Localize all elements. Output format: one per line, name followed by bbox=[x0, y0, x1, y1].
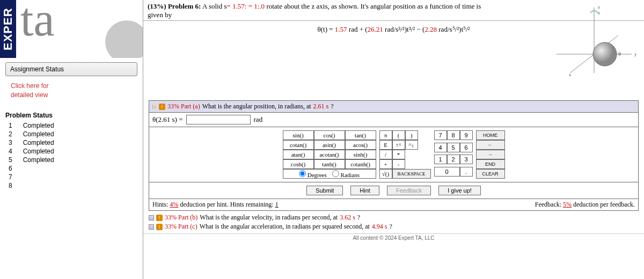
cmd-→[interactable]: → bbox=[476, 150, 505, 159]
svg-point-7 bbox=[593, 42, 617, 66]
func-cos[interactable]: cos() bbox=[314, 130, 345, 140]
svg-marker-3 bbox=[598, 12, 600, 15]
problem-status-panel: Problem Status 1Completed2Completed3Comp… bbox=[5, 111, 143, 190]
sym-button[interactable]: π bbox=[379, 130, 392, 140]
expand-icon[interactable]: ▷ bbox=[152, 104, 157, 109]
main-content: (13%) Problem 6: A solid s= 1.57: = 1:.0… bbox=[143, 0, 644, 279]
func-acos[interactable]: acos() bbox=[345, 140, 376, 150]
logo: EXPER ta bbox=[0, 0, 143, 58]
func-tanh[interactable]: tanh() bbox=[314, 159, 345, 169]
problem-row[interactable]: 5Completed bbox=[5, 156, 62, 164]
func-cosh[interactable]: cosh() bbox=[283, 159, 314, 169]
num-2[interactable]: 2 bbox=[447, 155, 460, 164]
num-dot[interactable]: . bbox=[460, 167, 473, 177]
problem-row[interactable]: 6 bbox=[5, 164, 62, 173]
num-9[interactable]: 9 bbox=[460, 130, 473, 140]
svg-text:z: z bbox=[598, 4, 600, 10]
problem-row[interactable]: 2Completed bbox=[5, 130, 62, 138]
func-cotanh[interactable]: cotanh() bbox=[345, 159, 376, 169]
func-cotan[interactable]: cotan() bbox=[283, 140, 314, 150]
warning-icon: ! bbox=[156, 224, 163, 230]
sidebar: EXPER ta Assignment Status Click here fo… bbox=[0, 0, 143, 279]
assignment-status-header: Assignment Status bbox=[5, 62, 137, 76]
detailed-view-link[interactable]: Click here for detailed view bbox=[11, 82, 137, 100]
cmd-end[interactable]: END bbox=[476, 159, 505, 169]
command-column: HOME←→ENDCLEAR bbox=[476, 130, 505, 179]
part-a-panel: ▷ ! 33% Part (a) What is the angular pos… bbox=[149, 100, 639, 211]
num-4[interactable]: 4 bbox=[434, 143, 447, 152]
logo-expert: EXPER bbox=[0, 0, 16, 58]
sym-button[interactable]: ( bbox=[392, 130, 405, 140]
answer-unit: rad bbox=[254, 115, 263, 124]
number-grid: 7894561230. bbox=[434, 130, 473, 179]
problem-row[interactable]: 1Completed bbox=[5, 121, 62, 130]
part-icon bbox=[149, 224, 154, 230]
sqrt-button[interactable]: √() bbox=[379, 169, 392, 179]
sym-button[interactable]: ) bbox=[405, 130, 418, 140]
num-6[interactable]: 6 bbox=[460, 143, 473, 152]
func-tan[interactable]: tan() bbox=[345, 130, 376, 140]
answer-lhs: θ(2.61 s) = bbox=[152, 115, 183, 124]
cmd-clear[interactable]: CLEAR bbox=[476, 169, 505, 179]
svg-text:x: x bbox=[569, 72, 572, 77]
sym-button[interactable]: ↑^ bbox=[392, 140, 405, 150]
answer-row: θ(2.61 s) = rad bbox=[149, 113, 639, 127]
warning-icon: ! bbox=[159, 104, 165, 110]
sym-button[interactable]: * bbox=[392, 150, 405, 159]
radians-radio[interactable]: Radians bbox=[332, 170, 360, 178]
calculator: sin()cos()tan()cotan()asin()acos()atan()… bbox=[149, 127, 639, 182]
problem-status-table: 1Completed2Completed3Completed4Completed… bbox=[5, 121, 62, 190]
action-buttons: Submit Hint Feedback I give up! bbox=[149, 182, 639, 199]
feedback-button: Feedback bbox=[387, 186, 431, 195]
problem-row[interactable]: 3Completed bbox=[5, 138, 62, 147]
degrees-radio[interactable]: Degrees bbox=[299, 170, 327, 178]
num-7[interactable]: 7 bbox=[434, 130, 447, 140]
giveup-button[interactable]: I give up! bbox=[438, 186, 481, 195]
logo-ta: ta bbox=[16, 0, 143, 58]
hints-row: Hints: 4% deduction per hint. Hints rema… bbox=[149, 199, 639, 211]
svg-text:y: y bbox=[634, 52, 637, 57]
answer-input[interactable] bbox=[186, 115, 251, 124]
num-3[interactable]: 3 bbox=[460, 155, 473, 164]
backspace-button[interactable]: BACKSPACE bbox=[392, 169, 431, 179]
cmd-home[interactable]: HOME bbox=[476, 130, 505, 140]
cmd-←[interactable]: ← bbox=[476, 140, 505, 150]
func-acotan[interactable]: acotan() bbox=[314, 150, 345, 159]
sym-button[interactable]: / bbox=[379, 150, 392, 159]
sym-button[interactable]: + bbox=[379, 159, 392, 169]
submit-button[interactable]: Submit bbox=[306, 186, 343, 195]
num-5[interactable]: 5 bbox=[447, 143, 460, 152]
function-grid: sin()cos()tan()cotan()asin()acos()atan()… bbox=[283, 130, 376, 179]
warning-icon: ! bbox=[156, 215, 163, 221]
hint-button[interactable]: Hint bbox=[350, 186, 379, 195]
svg-text:θ: θ bbox=[618, 51, 621, 57]
sym-button[interactable]: ^↓ bbox=[405, 140, 418, 150]
other-parts: !33% Part (b)What is the angular velocit… bbox=[149, 213, 639, 231]
num-1[interactable]: 1 bbox=[434, 155, 447, 164]
func-sin[interactable]: sin() bbox=[283, 130, 314, 140]
func-sinh[interactable]: sinh() bbox=[345, 150, 376, 159]
sym-button[interactable]: - bbox=[392, 159, 405, 169]
problem-row[interactable]: 4Completed bbox=[5, 147, 62, 156]
func-asin[interactable]: asin() bbox=[314, 140, 345, 150]
part-a-header: ▷ ! 33% Part (a) What is the angular pos… bbox=[149, 100, 639, 113]
problem-row[interactable]: 8 bbox=[5, 181, 62, 190]
part-icon bbox=[149, 215, 154, 221]
symbol-grid: π()E↑^^↓/*+-√()BACKSPACE bbox=[379, 130, 431, 179]
problem-row[interactable]: 7 bbox=[5, 173, 62, 181]
problem-status-header: Problem Status bbox=[5, 111, 143, 120]
sym-button[interactable]: E bbox=[379, 140, 392, 150]
rotating-sphere-diagram: z y x θ bbox=[548, 3, 640, 78]
footer: All content © 2024 Expert TA, LLC bbox=[143, 233, 644, 241]
num-8[interactable]: 8 bbox=[447, 130, 460, 140]
func-atan[interactable]: atan() bbox=[283, 150, 314, 159]
num-0[interactable]: 0 bbox=[434, 167, 460, 177]
